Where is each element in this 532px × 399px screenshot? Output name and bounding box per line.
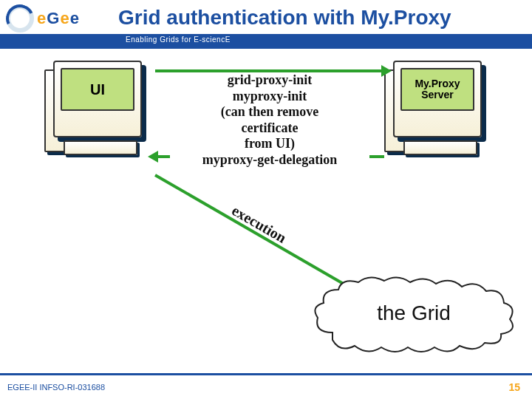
cmd-line: grid-proxy-init bbox=[228, 72, 313, 87]
subtitle: Enabling Grids for E-sciencE bbox=[126, 35, 231, 44]
subtitle-bar bbox=[0, 34, 532, 49]
diagram-area: UI My.Proxy Server grid-proxy-init mypro… bbox=[0, 52, 532, 369]
page-number: 15 bbox=[508, 381, 520, 393]
keyboard-icon bbox=[403, 140, 477, 155]
ui-computer: UI bbox=[44, 61, 148, 160]
cloud-label: the Grid bbox=[310, 301, 517, 325]
proxy-commands-text: grid-proxy-init myproxy-init (can then r… bbox=[170, 72, 369, 168]
keyboard-icon bbox=[64, 140, 137, 155]
monitor-icon: UI bbox=[53, 61, 142, 137]
monitor-icon: My.Proxy Server bbox=[393, 61, 482, 137]
ui-label: UI bbox=[61, 68, 134, 111]
footer-divider bbox=[0, 373, 532, 375]
cmd-line: from UI) bbox=[245, 136, 295, 151]
cmd-line: myproxy-get-delegation bbox=[202, 152, 338, 167]
grid-cloud: the Grid bbox=[310, 273, 517, 355]
server-computer: My.Proxy Server bbox=[384, 61, 488, 160]
logo-text: eGee bbox=[37, 9, 80, 28]
cmd-line: (can then remove bbox=[221, 104, 319, 119]
logo: eGee bbox=[6, 4, 80, 33]
logo-mark-icon bbox=[6, 4, 34, 33]
slide-title: Grid authentication with My.Proxy bbox=[118, 6, 525, 30]
cmd-line: myproxy-init bbox=[233, 89, 307, 103]
server-label: My.Proxy Server bbox=[400, 68, 474, 111]
footer-id: EGEE-II INFSO-RI-031688 bbox=[7, 383, 105, 392]
cmd-line: certificate bbox=[242, 120, 299, 135]
